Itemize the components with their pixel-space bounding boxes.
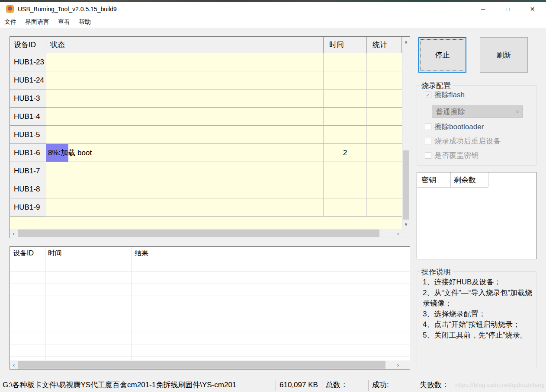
stats-cell — [367, 108, 402, 126]
scroll-left-icon[interactable]: ‹ — [10, 360, 18, 369]
instruction-step: 5、关闭工具前，先“停止”烧录。 — [423, 330, 533, 341]
instruction-steps: 1、连接好HUB及设备；2、从“文件”—“导入烧录包”加载烧录镜像；3、选择烧录… — [417, 272, 536, 341]
stop-button[interactable]: 停止 — [418, 37, 466, 73]
table-row[interactable]: HUB1-9 — [10, 198, 402, 217]
firmware-path: G:\各种板卡文件\易视腾YS代工魔百盒cm201-1免拆线刷固件\YS-cm2… — [3, 378, 274, 392]
column-header-result[interactable]: 结果 — [132, 247, 410, 260]
result-table-body — [10, 260, 410, 360]
scroll-up-icon[interactable]: ∧ — [402, 38, 410, 46]
device-table: 设备ID 状态 时间 统计 HUB1-23HUB1-24HUB1-3HUB1-4… — [10, 36, 410, 238]
table-row[interactable]: HUB1-24 — [10, 71, 402, 89]
menu-language[interactable]: 界面语言 — [25, 18, 49, 26]
device-id-cell: HUB1-24 — [10, 71, 46, 89]
scroll-left-icon[interactable]: ‹ — [10, 229, 18, 238]
instruction-step: 1、连接好HUB及设备； — [423, 277, 533, 288]
horizontal-scrollbar-thumb[interactable] — [18, 229, 379, 237]
device-id-cell: HUB1-6 — [10, 144, 46, 162]
table-row[interactable]: HUB1-5 — [10, 126, 402, 144]
erase-mode-dropdown: 普通擦除 ∨ — [432, 105, 523, 118]
horizontal-scrollbar-thumb[interactable] — [18, 361, 385, 369]
overwrite-key-checkbox[interactable]: 是否覆盖密钥 — [425, 150, 479, 160]
chevron-down-icon: ∨ — [516, 106, 519, 118]
time-cell — [324, 89, 367, 108]
status-cell — [46, 108, 324, 126]
statusbar-separator — [368, 380, 369, 391]
firmware-size: 610,097 KB — [279, 378, 318, 392]
erase-bootloader-checkbox[interactable]: 擦除bootloader — [425, 122, 484, 132]
instructions-group: 操作说明 1、连接好HUB及设备；2、从“文件”—“导入烧录包”加载烧录镜像；3… — [417, 271, 536, 368]
key-table: 密钥 剩余数 — [417, 172, 536, 259]
maximize-button[interactable]: □ — [495, 2, 520, 16]
burn-config-group: 烧录配置 ✓ 擦除flash 普通擦除 ∨ 擦除bootloader 烧录成功后… — [417, 85, 536, 166]
result-table-header: 设备ID 时间 结果 — [10, 247, 410, 260]
status-cell — [46, 180, 324, 198]
scroll-right-icon[interactable]: › — [394, 360, 402, 369]
status-cell — [46, 126, 324, 144]
stats-cell — [367, 144, 402, 162]
scrollbar-corner — [402, 360, 410, 369]
status-cell — [46, 89, 324, 108]
window-controls: ─ □ ✕ — [471, 2, 545, 16]
stats-cell — [367, 71, 402, 89]
table-row[interactable]: HUB1-68%:加载 boot2 — [10, 144, 402, 162]
table-row[interactable]: HUB1-4 — [10, 108, 402, 126]
fail-label: 失败数： — [420, 378, 449, 392]
refresh-button[interactable]: 刷新 — [480, 37, 528, 73]
status-cell — [46, 53, 324, 71]
instruction-step: 2、从“文件”—“导入烧录包”加载烧录镜像； — [423, 288, 533, 309]
scroll-right-icon[interactable]: › — [394, 229, 402, 238]
device-rows: HUB1-23HUB1-24HUB1-3HUB1-4HUB1-5HUB1-68%… — [10, 53, 402, 229]
instruction-step: 4、点击“开始”按钮启动烧录； — [423, 319, 533, 330]
checkbox-box[interactable] — [425, 152, 431, 159]
total-label: 总数： — [326, 378, 348, 392]
device-id-cell: HUB1-9 — [10, 198, 46, 217]
result-table: 设备ID 时间 结果 ‹ › — [10, 246, 410, 370]
horizontal-scrollbar[interactable]: ‹ › — [10, 360, 410, 369]
time-cell: 2 — [324, 144, 367, 162]
menu-help[interactable]: 帮助 — [79, 18, 91, 26]
scrollbar-corner — [402, 229, 410, 238]
status-cell: 8%:加载 boot — [46, 144, 324, 162]
time-cell — [324, 198, 367, 217]
table-row[interactable]: HUB1-23 — [10, 53, 402, 71]
reboot-after-label: 烧录成功后重启设备 — [434, 136, 501, 146]
time-cell — [324, 53, 367, 71]
device-id-cell: HUB1-23 — [10, 53, 46, 71]
column-header-device-id[interactable]: 设备ID — [10, 247, 45, 260]
vertical-scrollbar[interactable]: ∧ ∨ — [402, 37, 410, 229]
column-header-key[interactable]: 密钥 — [421, 175, 436, 185]
minimize-button[interactable]: ─ — [471, 2, 495, 16]
time-cell — [324, 126, 367, 144]
table-row[interactable]: HUB1-3 — [10, 89, 402, 108]
column-header-time[interactable]: 时间 — [324, 37, 367, 53]
table-row[interactable]: HUB1-7 — [10, 162, 402, 180]
scroll-down-icon[interactable]: ∨ — [402, 220, 410, 228]
checkbox-box[interactable] — [425, 138, 431, 144]
header-underline — [417, 187, 488, 188]
time-cell — [324, 71, 367, 89]
overwrite-key-label: 是否覆盖密钥 — [434, 150, 479, 160]
close-button[interactable]: ✕ — [520, 2, 545, 16]
vertical-scrollbar-thumb[interactable] — [403, 150, 409, 220]
column-header-status[interactable]: 状态 — [46, 37, 324, 53]
horizontal-scrollbar[interactable]: ‹ › — [10, 229, 410, 238]
column-header-remaining[interactable]: 剩余数 — [454, 175, 476, 185]
title-bar: USB_Burning_Tool_v2.0.5.15_build9 ─ □ ✕ — [0, 2, 546, 16]
table-row[interactable]: HUB1-8 — [10, 180, 402, 198]
status-text: 8%:加载 boot — [48, 144, 92, 162]
statusbar-separator — [276, 380, 276, 391]
column-divider — [488, 172, 488, 187]
column-divider — [450, 172, 451, 187]
time-cell — [324, 162, 367, 180]
column-header-time[interactable]: 时间 — [45, 247, 132, 260]
checkbox-check-icon: ✓ — [425, 92, 431, 98]
menu-view[interactable]: 查看 — [58, 18, 70, 26]
device-table-header: 设备ID 状态 时间 统计 — [10, 37, 410, 53]
status-cell — [46, 162, 324, 180]
checkbox-box[interactable] — [425, 124, 431, 130]
stats-cell — [367, 126, 402, 144]
column-header-stats[interactable]: 统计 — [367, 37, 402, 53]
column-header-device-id[interactable]: 设备ID — [10, 37, 46, 53]
menu-file[interactable]: 文件 — [4, 18, 16, 26]
reboot-after-checkbox[interactable]: 烧录成功后重启设备 — [425, 136, 501, 146]
